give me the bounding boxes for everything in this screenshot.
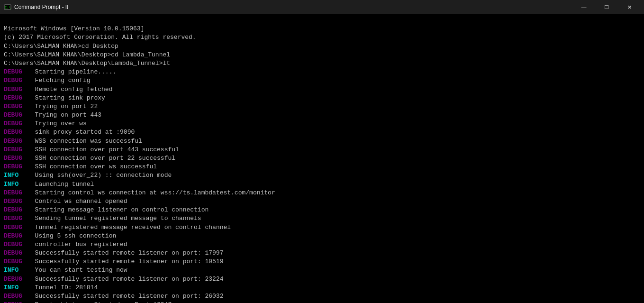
log-text: Starting pipeline..... (27, 68, 116, 76)
log-line: DEBUG controller bus registered (4, 240, 640, 249)
log-text: Sending tunnel registered message to cha… (27, 214, 201, 223)
log-text: Successfully started remote listener on … (27, 292, 223, 301)
log-level: DEBUG (4, 249, 27, 257)
log-level: DEBUG (4, 146, 27, 154)
log-line: INFO Tunnel ID: 281814 (4, 284, 640, 292)
log-line: DEBUG WSS connection was successful (4, 137, 640, 146)
log-line: DEBUG Successfully started remote listen… (4, 249, 640, 257)
log-line: DEBUG Trying on port 22 (4, 102, 640, 111)
log-text: Tunnel ID: 281814 (27, 284, 98, 292)
log-text: You can start testing now (27, 266, 127, 275)
log-text: Using 5 ssh connection (27, 232, 116, 240)
log-line: DEBUG SSH connection over ws successful (4, 163, 640, 171)
log-level: DEBUG (4, 232, 27, 240)
log-level: DEBUG (4, 94, 27, 102)
log-text: SSH connection over ws successful (27, 163, 157, 171)
log-level: DEBUG (4, 275, 27, 284)
log-line: DEBUG Trying on port 443 (4, 111, 640, 119)
log-level: INFO (4, 171, 27, 180)
log-level: DEBUG (4, 214, 27, 223)
cmd-line: (c) 2017 Microsoft Corporation. All righ… (4, 33, 640, 42)
title-bar: C:\ Command Prompt - lt — ☐ ✕ (0, 0, 644, 14)
log-line: DEBUG SSH connection over port 443 succe… (4, 146, 640, 154)
log-line: DEBUG Tunnel registered message received… (4, 223, 640, 232)
log-level: DEBUG (4, 206, 27, 214)
log-line: INFO Launching tunnel (4, 180, 640, 189)
console-output: Microsoft Windows [Version 10.0.15063](c… (0, 14, 644, 303)
log-level: DEBUG (4, 85, 27, 94)
log-text: WSS connection was successful (27, 137, 142, 146)
log-level: INFO (4, 180, 27, 189)
log-level: DEBUG (4, 163, 27, 171)
log-text: Trying on port 443 (27, 111, 101, 119)
log-line: DEBUG Starting sink proxy (4, 94, 640, 102)
log-text: Successfully started remote listener on … (27, 257, 223, 266)
cmd-line: C:\Users\SALMAN KHAN\Desktop>cd Lambda_T… (4, 51, 640, 59)
log-text: Using ssh(over_22) :: connection mode (27, 171, 172, 180)
log-text: Fetching config (27, 76, 91, 85)
window-controls: — ☐ ✕ (573, 0, 640, 14)
log-line: DEBUG Starting control ws connection at … (4, 189, 640, 197)
close-button[interactable]: ✕ (618, 0, 640, 14)
log-level: DEBUG (4, 137, 27, 146)
log-line: DEBUG Successfully started remote listen… (4, 257, 640, 266)
log-line: DEBUG Trying over ws (4, 119, 640, 128)
log-level: DEBUG (4, 128, 27, 137)
cmd-line: Microsoft Windows [Version 10.0.15063] (4, 25, 640, 33)
log-text: Tunnel registered message received on co… (27, 223, 231, 232)
log-text: Trying on port 22 (27, 102, 98, 111)
log-text: SSH connection over port 443 successful (27, 146, 179, 154)
log-text: Trying over ws (27, 119, 87, 128)
log-text: Control ws channel opened (27, 197, 127, 206)
log-text: Successfully started remote listener on … (27, 249, 223, 257)
log-text: Remote Listener Started on Port 12947 (27, 301, 172, 303)
log-line: DEBUG Starting message listener on contr… (4, 206, 640, 214)
log-text: Starting sink proxy (27, 94, 105, 102)
log-line: DEBUG Control ws channel opened (4, 197, 640, 206)
maximize-button[interactable]: ☐ (596, 0, 617, 14)
log-text: sink proxy started at :9090 (27, 128, 135, 137)
svg-text:C:\: C:\ (5, 6, 11, 9)
log-level: DEBUG (4, 189, 27, 197)
log-line: DEBUG Starting pipeline..... (4, 68, 640, 76)
log-text: Starting message listener on control con… (27, 206, 209, 214)
app-icon: C:\ (4, 3, 11, 11)
log-line: DEBUG Sending tunnel registered message … (4, 214, 640, 223)
log-line: INFO Using ssh(over_22) :: connection mo… (4, 171, 640, 180)
log-level: DEBUG (4, 76, 27, 85)
log-text: SSH connection over port 22 successful (27, 154, 175, 163)
log-level: DEBUG (4, 240, 27, 249)
log-level: DEBUG (4, 223, 27, 232)
log-text: Successfully started remote listener on … (27, 275, 223, 284)
log-line: DEBUG Remote Listener Started on Port 12… (4, 301, 640, 303)
log-line: DEBUG Using 5 ssh connection (4, 232, 640, 240)
log-text: Launching tunnel (27, 180, 94, 189)
log-text: Starting control ws connection at wss://… (27, 189, 275, 197)
minimize-button[interactable]: — (573, 0, 595, 14)
log-line: DEBUG Successfully started remote listen… (4, 275, 640, 284)
log-level: DEBUG (4, 111, 27, 119)
log-line: INFO You can start testing now (4, 266, 640, 275)
log-line: DEBUG Remote config fetched (4, 85, 640, 94)
title-bar-left: C:\ Command Prompt - lt (4, 3, 68, 11)
log-level: DEBUG (4, 292, 27, 301)
log-level: DEBUG (4, 197, 27, 206)
log-line: DEBUG Fetching config (4, 76, 640, 85)
log-text: controller bus registered (27, 240, 127, 249)
log-level: DEBUG (4, 68, 27, 76)
window-title: Command Prompt - lt (14, 4, 68, 10)
log-level: INFO (4, 266, 27, 275)
log-level: DEBUG (4, 102, 27, 111)
log-line: DEBUG sink proxy started at :9090 (4, 128, 640, 137)
log-level: DEBUG (4, 154, 27, 163)
log-level: DEBUG (4, 257, 27, 266)
log-level: DEBUG (4, 119, 27, 128)
log-level: DEBUG (4, 301, 27, 303)
cmd-line: C:\Users\SALMAN KHAN>cd Desktop (4, 42, 640, 51)
log-line: DEBUG SSH connection over port 22 succes… (4, 154, 640, 163)
log-text: Remote config fetched (27, 85, 112, 94)
cmd-line: C:\Users\SALMAN KHAN\Desktop\Lambda_Tunn… (4, 59, 640, 68)
log-line: DEBUG Successfully started remote listen… (4, 292, 640, 301)
log-level: INFO (4, 284, 27, 292)
